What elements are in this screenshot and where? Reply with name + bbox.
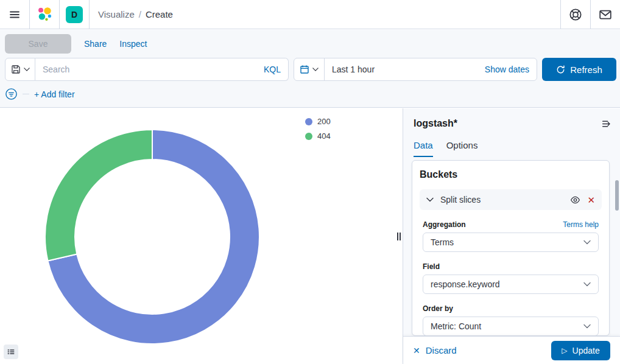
field-select[interactable]: response.keyword <box>423 275 599 294</box>
sidebar-tabs: Data Options <box>403 130 620 157</box>
order-by-label: Order by <box>423 304 453 313</box>
save-button[interactable]: Save <box>5 34 71 54</box>
refresh-icon <box>556 65 565 74</box>
field-value: response.keyword <box>431 279 500 289</box>
show-dates-button[interactable]: Show dates <box>485 65 537 74</box>
toggle-visibility-button[interactable] <box>570 195 580 205</box>
global-header: D Visualize / Create <box>0 0 620 29</box>
query-bar: KQL Last 1 hour Show dates <box>5 58 616 81</box>
visualization-area: 200404 <box>0 108 403 364</box>
field-group: Field response.keyword <box>420 262 602 294</box>
filter-circle-icon <box>5 88 18 100</box>
legend-label: 404 <box>317 131 331 141</box>
help-lifebuoy-icon <box>569 8 582 21</box>
legend-color-dot <box>305 133 312 140</box>
legend-toggle-button[interactable] <box>4 345 18 359</box>
menu-right-icon <box>601 119 611 129</box>
legend-label: 200 <box>317 117 331 126</box>
search-input[interactable] <box>43 65 264 74</box>
breadcrumb-create: Create <box>146 9 173 19</box>
breadcrumb-visualize[interactable]: Visualize <box>98 9 135 19</box>
date-quick-select-button[interactable] <box>294 58 325 80</box>
time-range-display[interactable]: Last 1 hour <box>325 65 485 74</box>
split-slices-label: Split slices <box>440 195 563 205</box>
close-icon: ✕ <box>413 346 420 355</box>
legend-color-dot <box>305 118 312 125</box>
discard-button[interactable]: ✕ Discard <box>413 345 457 355</box>
collapse-sidebar-button[interactable] <box>599 117 613 130</box>
chart-legend: 200404 <box>305 117 331 141</box>
envelope-icon <box>599 8 612 21</box>
chevron-down-icon <box>583 324 591 329</box>
calendar-icon <box>300 65 309 74</box>
search-group: KQL <box>5 58 289 81</box>
donut-chart <box>43 127 262 346</box>
elastic-logo[interactable] <box>30 6 59 23</box>
split-slices-accordion[interactable]: Split slices ✕ <box>420 189 602 210</box>
hamburger-icon <box>9 9 21 21</box>
filter-bar: + Add filter <box>5 88 75 100</box>
update-label: Update <box>572 346 600 355</box>
update-button[interactable]: ▷ Update <box>551 341 610 360</box>
chevron-down-icon <box>583 282 591 287</box>
breadcrumb-separator: / <box>135 9 146 19</box>
order-by-value: Metric: Count <box>431 321 481 331</box>
header-divider <box>59 0 60 29</box>
saved-query-menu-button[interactable] <box>5 58 35 81</box>
panel-resize-handle[interactable] <box>397 233 401 240</box>
order-by-group: Order by Metric: Count <box>420 304 602 336</box>
elastic-logo-icon <box>37 6 53 23</box>
remove-bucket-button[interactable]: ✕ <box>587 195 595 205</box>
editor-sidebar: logstash* Data Options Buckets Split sli… <box>403 108 620 364</box>
legend-item-404[interactable]: 404 <box>305 131 331 141</box>
aggregation-value: Terms <box>431 237 454 247</box>
help-button[interactable] <box>561 0 590 29</box>
breadcrumb: Visualize / Create <box>90 9 173 19</box>
refresh-button-label: Refresh <box>570 65 602 75</box>
buckets-heading: Buckets <box>420 169 602 180</box>
field-label: Field <box>423 262 440 271</box>
tab-options[interactable]: Options <box>446 140 478 157</box>
add-filter-button[interactable]: + Add filter <box>34 89 75 99</box>
chevron-down-icon <box>426 197 434 202</box>
editor-toolbars: Save Share Inspect KQL <box>0 30 620 108</box>
action-toolbar: Save Share Inspect <box>5 34 147 54</box>
sidebar-footer: ✕ Discard ▷ Update <box>403 336 620 364</box>
inspect-button[interactable]: Inspect <box>119 39 147 49</box>
refresh-button[interactable]: Refresh <box>542 58 616 81</box>
newsfeed-button[interactable] <box>591 0 620 29</box>
discard-label: Discard <box>426 345 457 355</box>
buckets-card: Buckets Split slices ✕ Aggregatio <box>412 160 610 336</box>
list-icon <box>7 348 15 356</box>
order-by-select[interactable]: Metric: Count <box>423 317 599 336</box>
share-button[interactable]: Share <box>84 39 107 49</box>
pie-slice-404[interactable] <box>45 130 152 261</box>
eye-icon <box>570 195 580 205</box>
index-pattern-title: logstash* <box>414 118 457 129</box>
chevron-down-icon <box>312 68 319 71</box>
space-avatar[interactable]: D <box>66 6 83 23</box>
sidebar-scrollbar-thumb[interactable] <box>615 180 619 211</box>
chevron-down-icon <box>583 240 591 245</box>
terms-help-link[interactable]: Terms help <box>563 220 599 229</box>
save-query-icon <box>11 65 21 74</box>
chevron-down-icon <box>24 68 30 71</box>
main-content: 200404 logstash* Data Options <box>0 108 620 364</box>
aggregation-select[interactable]: Terms <box>423 233 599 252</box>
play-icon: ▷ <box>562 346 567 355</box>
aggregation-label: Aggregation <box>423 220 466 229</box>
legend-item-200[interactable]: 200 <box>305 117 331 126</box>
aggregation-group: Aggregation Terms help Terms <box>420 220 602 252</box>
query-language-button[interactable]: KQL <box>264 65 281 74</box>
filter-bar-dash <box>23 94 29 94</box>
menu-button[interactable] <box>0 0 29 29</box>
tab-data[interactable]: Data <box>414 140 433 157</box>
date-picker: Last 1 hour Show dates <box>294 58 537 81</box>
filter-menu-button[interactable] <box>5 88 18 100</box>
search-box: KQL <box>35 58 289 81</box>
